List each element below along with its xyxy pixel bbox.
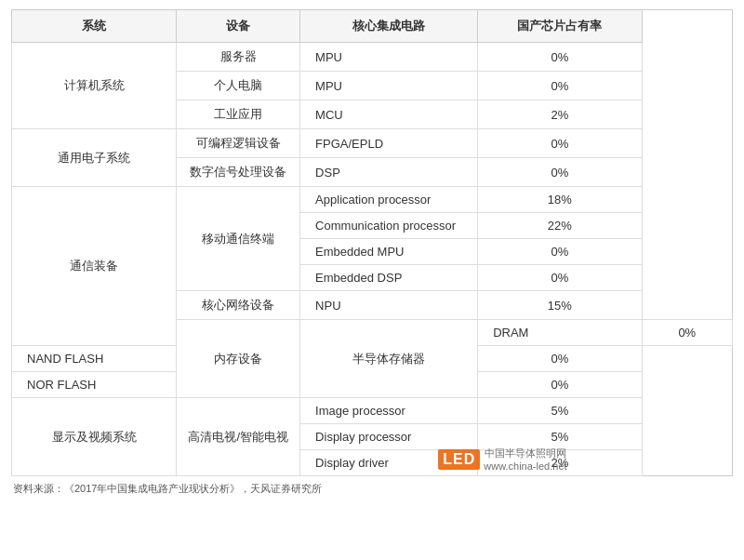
- cell-device: 工业应用: [177, 100, 300, 129]
- table-row: 通信装备移动通信终端Application processor18%: [12, 187, 733, 213]
- header-rate: 国产芯片占有率: [478, 10, 642, 43]
- cell-rate: 0%: [478, 43, 642, 72]
- cell-chip: MCU: [300, 100, 478, 129]
- cell-rate: 0%: [478, 265, 642, 291]
- footnote: 资料来源：《2017年中国集成电路产业现状分析》，天风证券研究所: [11, 482, 733, 496]
- cell-rate: 5%: [478, 398, 642, 424]
- cell-device: 服务器: [177, 43, 300, 72]
- cell-rate: 0%: [478, 346, 642, 372]
- cell-rate: 0%: [478, 72, 642, 100]
- table-row: 显示及视频系统高清电视/智能电视Image processor5%: [12, 398, 733, 424]
- cell-rate: 15%: [478, 291, 642, 320]
- table-row: 计算机系统服务器MPU0%: [12, 43, 733, 72]
- cell-chip: Communication processor: [300, 213, 478, 239]
- header-system: 系统: [12, 10, 177, 43]
- led-logo: LED: [438, 449, 480, 470]
- cell-device: 个人电脑: [177, 72, 300, 100]
- cell-rate: 0%: [642, 320, 732, 346]
- cell-system: 计算机系统: [12, 43, 177, 129]
- site-name: 中国半导体照明网www.china-led.net: [484, 447, 566, 472]
- cell-rate: 0%: [478, 239, 642, 265]
- cell-rate: 2%: [478, 100, 642, 129]
- cell-chip: Application processor: [300, 187, 478, 213]
- cell-chip: DSP: [300, 158, 478, 187]
- cell-chip: MPU: [300, 72, 478, 100]
- cell-device: 可编程逻辑设备: [177, 129, 300, 158]
- cell-rate: 0%: [478, 129, 642, 158]
- cell-rate: 0%: [478, 372, 642, 398]
- cell-chip: Image processor: [300, 398, 478, 424]
- cell-system: 内存设备: [177, 320, 300, 398]
- cell-rate: 2% LED 中国半导体照明网www.china-led.net: [478, 450, 642, 476]
- cell-chip: MPU: [300, 43, 478, 72]
- header-device: 设备: [177, 10, 300, 43]
- cell-system: 通用电子系统: [12, 129, 177, 187]
- data-table: 系统 设备 核心集成电路 国产芯片占有率 计算机系统服务器MPU0%个人电脑MP…: [11, 9, 733, 476]
- cell-chip: Embedded DSP: [300, 265, 478, 291]
- cell-chip: NAND FLASH: [12, 346, 177, 372]
- main-container: 系统 设备 核心集成电路 国产芯片占有率 计算机系统服务器MPU0%个人电脑MP…: [0, 0, 744, 503]
- cell-system: 显示及视频系统: [12, 398, 177, 476]
- cell-chip: Embedded MPU: [300, 239, 478, 265]
- cell-rate: 18%: [478, 187, 642, 213]
- cell-chip: DRAM: [478, 320, 642, 346]
- table-row: 通用电子系统可编程逻辑设备FPGA/EPLD0%: [12, 129, 733, 158]
- cell-system: 通信装备: [12, 187, 177, 346]
- table-header-row: 系统 设备 核心集成电路 国产芯片占有率: [12, 10, 733, 43]
- cell-device: 核心网络设备: [177, 291, 300, 320]
- cell-device: 数字信号处理设备: [177, 158, 300, 187]
- cell-chip: FPGA/EPLD: [300, 129, 478, 158]
- cell-rate: 22%: [478, 213, 642, 239]
- cell-device: 移动通信终端: [177, 187, 300, 291]
- cell-chip: NOR FLASH: [12, 372, 177, 398]
- cell-rate: 0%: [478, 158, 642, 187]
- cell-device: 半导体存储器: [300, 320, 478, 398]
- logo-overlay: LED 中国半导体照明网www.china-led.net: [438, 447, 566, 472]
- cell-device: 高清电视/智能电视: [177, 398, 300, 476]
- cell-chip: NPU: [300, 291, 478, 320]
- header-chip: 核心集成电路: [300, 10, 478, 43]
